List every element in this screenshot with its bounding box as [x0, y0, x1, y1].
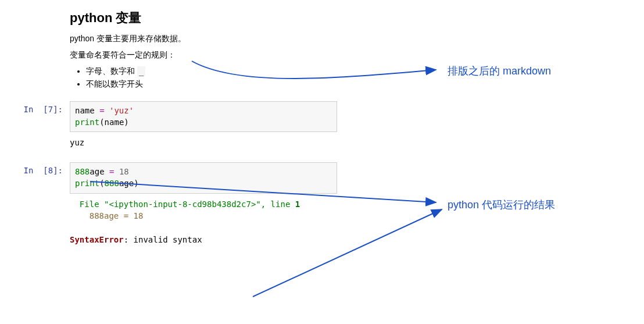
- code-output: yuz: [70, 132, 337, 151]
- code-token: print: [75, 179, 99, 188]
- code-token: ): [134, 179, 138, 188]
- error-text: File: [70, 200, 104, 209]
- markdown-list: 字母、数字和 _ 不能以数字开头: [70, 66, 372, 90]
- input-prompt: In [8]:: [0, 162, 70, 175]
- code-token: 'yuz': [109, 106, 134, 115]
- error-text: , line: [261, 200, 295, 209]
- annotation-markdown: 排版之后的 markdown: [448, 64, 551, 78]
- error-type: SyntaxError: [70, 235, 124, 244]
- code-cell-2: In [8]: 888age = 18 print(888age): [0, 162, 372, 193]
- error-text: 1: [295, 200, 300, 209]
- input-prompt: In [7]:: [0, 101, 70, 114]
- code-token: 18: [119, 167, 129, 176]
- markdown-paragraph-1: python 变量主要用来存储数据。: [70, 34, 372, 44]
- list-item: 不能以数字开头: [86, 79, 372, 90]
- list-item: 字母、数字和 _: [86, 66, 372, 77]
- inline-code: _: [137, 66, 145, 76]
- code-token: age: [119, 179, 134, 188]
- error-text: 888age = 18: [70, 211, 143, 220]
- markdown-paragraph-2: 变量命名要符合一定的规则：: [70, 50, 372, 60]
- code-token: =: [99, 106, 109, 115]
- error-text: ": [256, 200, 260, 209]
- markdown-heading: python 变量: [70, 9, 372, 27]
- code-token: name: [75, 106, 99, 115]
- code-token: 888: [75, 167, 90, 176]
- code-input[interactable]: 888age = 18 print(888age): [70, 162, 337, 193]
- code-token: =: [109, 167, 119, 176]
- code-token: 888: [105, 179, 119, 188]
- code-token: age: [90, 167, 109, 176]
- code-token: (: [99, 179, 104, 188]
- error-text: <ipython-input-8-cd98b438d2c7>: [109, 200, 256, 209]
- code-token: (: [99, 118, 104, 127]
- notebook-area: python 变量 python 变量主要用来存储数据。 变量命名要符合一定的规…: [0, 0, 372, 248]
- markdown-cell: python 变量 python 变量主要用来存储数据。 变量命名要符合一定的规…: [70, 0, 372, 90]
- code-token: name: [105, 118, 124, 127]
- code-error-output: File "<ipython-input-8-cd98b438d2c7>", l…: [70, 194, 337, 248]
- annotation-output: python 代码运行的结果: [448, 198, 555, 212]
- code-cell-1: In [7]: name = 'yuz' print(name): [0, 101, 372, 132]
- code-token: ): [124, 118, 128, 127]
- code-input[interactable]: name = 'yuz' print(name): [70, 101, 337, 132]
- list-item-text: 字母、数字和: [86, 66, 137, 76]
- code-token: print: [75, 118, 99, 127]
- error-message: : invalid syntax: [124, 235, 202, 244]
